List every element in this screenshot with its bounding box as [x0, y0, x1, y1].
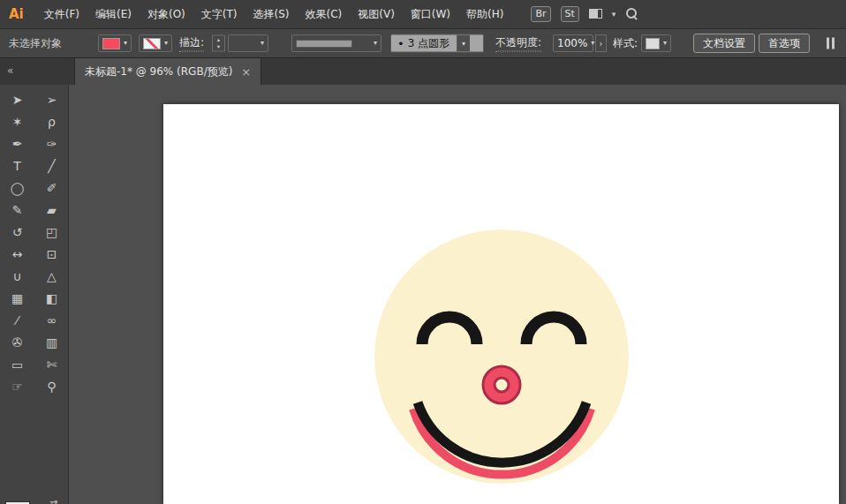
swap-fill-stroke-icon[interactable]: ⇄ [49, 498, 57, 504]
stroke-weight-stepper[interactable]: ▴ ▾ [212, 35, 225, 52]
pencil-tool[interactable]: ✎ [0, 199, 34, 221]
menu-item-6[interactable]: 效果(C) [297, 7, 350, 22]
stepper-down-icon: ▾ [217, 43, 220, 49]
style-select[interactable]: ▾ [641, 34, 671, 52]
menu-item-1[interactable]: 文件(F) [36, 7, 87, 22]
opacity-flyout-button[interactable]: › [595, 34, 607, 52]
menu-item-7[interactable]: 视图(V) [350, 7, 403, 22]
shape-builder-tool[interactable]: ∪ [0, 265, 34, 287]
fill-chevron-down-icon: ▾ [124, 40, 127, 47]
scale-tool[interactable]: ◰ [34, 221, 69, 243]
column-graph-tool[interactable]: ▥ [34, 331, 69, 353]
stroke-color-dropdown[interactable]: ▾ [139, 34, 172, 52]
width-tool-icon: ↔ [12, 247, 23, 261]
width-profile-preview [296, 40, 352, 48]
app-logo[interactable]: Ai [9, 6, 24, 22]
menu-item-5[interactable]: 选择(S) [245, 7, 298, 22]
magic-wand-tool-icon: ✶ [12, 115, 23, 129]
stroke-panel-link[interactable]: 描边: [179, 35, 204, 52]
artboard-tool[interactable]: ▭ [0, 353, 34, 375]
blend-tool[interactable]: ∞ [34, 309, 69, 331]
shape-builder-tool-icon: ∪ [12, 269, 21, 283]
opacity-value: 100% [557, 37, 587, 49]
perspective-grid-tool[interactable]: △ [34, 265, 69, 287]
artboard[interactable] [163, 104, 839, 504]
stroke-weight-chevron-down-icon: ▾ [261, 40, 264, 47]
magic-wand-tool[interactable]: ✶ [0, 110, 34, 132]
stroke-color-swatch [143, 38, 161, 49]
menu-item-9[interactable]: 帮助(H) [458, 7, 511, 22]
stroke-chevron-down-icon: ▾ [164, 40, 168, 47]
width-tool[interactable]: ↔ [0, 243, 34, 265]
opacity-panel-link[interactable]: 不透明度: [495, 35, 541, 52]
ellipse-tool[interactable]: ◯ [0, 177, 34, 199]
document-tab[interactable]: 未标题-1* @ 96% (RGB/预览) × [74, 58, 261, 85]
paintbrush-tool[interactable]: ✐ [34, 177, 69, 199]
opacity-select[interactable]: 100% ▾ [553, 34, 593, 52]
slice-tool[interactable]: ✄ [34, 353, 69, 375]
line-segment-tool-icon: ╱ [48, 159, 55, 173]
mesh-tool[interactable]: ▦ [0, 287, 34, 309]
free-transform-tool-icon: ⊡ [47, 247, 57, 261]
line-segment-tool[interactable]: ╱ [34, 154, 69, 177]
eyedropper-tool-icon: ⁄ [16, 313, 18, 327]
selection-status: 未选择对象 [9, 36, 62, 51]
document-setup-button[interactable]: 文档设置 [693, 34, 755, 53]
eyedropper-tool[interactable]: ⁄ [0, 309, 34, 331]
workspace-icon[interactable] [589, 9, 602, 19]
collapse-toolbar-icon[interactable]: « [7, 64, 13, 77]
free-transform-tool[interactable]: ⊡ [34, 243, 69, 265]
tab-close-icon[interactable]: × [241, 66, 251, 78]
profile-chevron-down-icon: ▾ [374, 40, 377, 47]
selection-tool-icon: ➤ [12, 93, 23, 107]
slice-tool-icon: ✄ [47, 357, 57, 372]
stock-icon[interactable]: St [561, 6, 579, 22]
blend-tool-icon: ∞ [47, 313, 57, 327]
type-tool[interactable]: T [0, 154, 34, 177]
preferences-button[interactable]: 首选项 [759, 34, 810, 53]
curvature-tool[interactable]: ✑ [34, 132, 69, 154]
hand-tool[interactable]: ☞ [0, 375, 34, 397]
fill-color-dropdown[interactable]: ▾ [98, 34, 132, 52]
hand-tool-icon: ☞ [11, 380, 23, 394]
swatch-area: ⇄ [0, 486, 69, 504]
style-label: 样式: [613, 36, 638, 51]
workspace-chevron-down-icon[interactable]: ▾ [612, 10, 616, 19]
direct-selection-tool[interactable]: ➢ [34, 88, 69, 110]
zoom-tool[interactable]: ⚲ [34, 375, 69, 397]
search-icon[interactable] [625, 7, 638, 20]
menubar: Ai 文件(F)编辑(E)对象(O)文字(T)选择(S)效果(C)视图(V)窗口… [0, 0, 846, 29]
symbol-sprayer-tool-icon: ✇ [12, 335, 23, 350]
eraser-tool[interactable]: ▰ [34, 199, 69, 221]
opacity-chevron-down-icon: ▾ [591, 40, 594, 47]
selection-tool[interactable]: ➤ [0, 88, 34, 110]
brush-chevron-down-icon: ▾ [457, 35, 470, 52]
curvature-tool-icon: ✑ [47, 137, 57, 151]
brush-definition-select[interactable]: • 3 点圆形 ▾ [390, 34, 484, 53]
tab-bar: « 未标题-1* @ 96% (RGB/预览) × [0, 58, 846, 85]
menu-item-8[interactable]: 窗口(W) [403, 7, 458, 22]
mesh-tool-icon: ▦ [11, 291, 23, 305]
nose-inner-circle[interactable] [495, 378, 509, 392]
ellipse-tool-icon: ◯ [11, 181, 25, 195]
rotate-tool[interactable]: ↺ [0, 221, 34, 243]
panel-dock-icon[interactable] [827, 38, 837, 49]
pen-tool[interactable]: ✒ [0, 132, 34, 154]
gradient-tool[interactable]: ◧ [34, 287, 69, 309]
symbol-sprayer-tool[interactable]: ✇ [0, 331, 34, 353]
menu-item-2[interactable]: 编辑(E) [87, 7, 140, 22]
menu-items: 文件(F)编辑(E)对象(O)文字(T)选择(S)效果(C)视图(V)窗口(W)… [36, 7, 512, 22]
menu-item-4[interactable]: 文字(T) [193, 7, 245, 22]
brush-name: 3 点圆形 [408, 36, 457, 51]
bridge-icon[interactable]: Br [531, 6, 550, 22]
stroke-weight-select[interactable]: ▾ [228, 34, 268, 52]
column-graph-tool-icon: ▥ [46, 335, 57, 350]
style-swatch [646, 38, 660, 49]
lasso-tool[interactable]: ρ [34, 110, 69, 132]
smiley-face-circle[interactable] [374, 229, 629, 484]
width-profile-select[interactable]: ▾ [291, 34, 381, 52]
pen-tool-icon: ✒ [12, 137, 23, 151]
menu-item-3[interactable]: 对象(O) [140, 7, 193, 22]
type-tool-icon: T [13, 159, 21, 173]
canvas[interactable] [69, 85, 846, 504]
